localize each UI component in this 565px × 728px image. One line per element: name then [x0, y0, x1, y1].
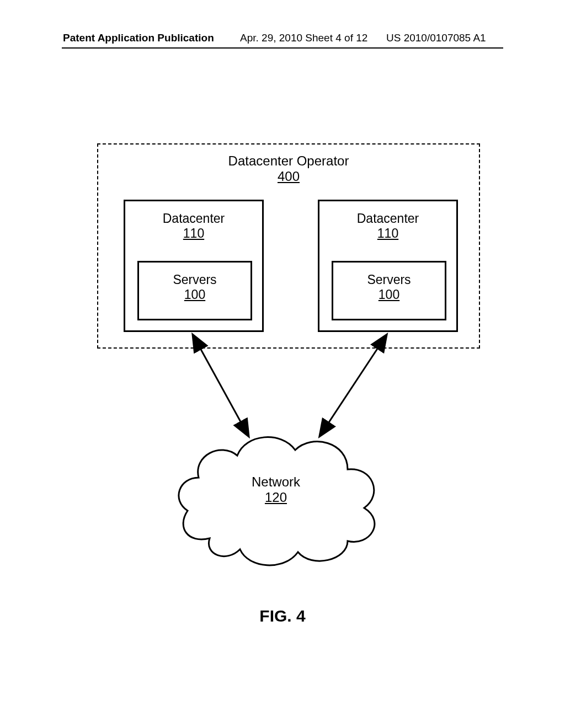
header-row: Patent Application Publication Apr. 29, …	[0, 32, 565, 47]
page-header: Patent Application Publication Apr. 29, …	[0, 32, 565, 47]
datacenter-title-right: Datacenter 110	[319, 211, 456, 241]
header-date-sheet: Apr. 29, 2010 Sheet 4 of 12	[240, 32, 367, 44]
servers-title-left: Servers 100	[139, 272, 250, 302]
header-publication-number: US 2010/0107085 A1	[386, 32, 486, 44]
network-label: Network 120	[171, 474, 381, 505]
network-cloud: Network 120	[171, 417, 381, 571]
servers-ref: 100	[184, 287, 205, 302]
servers-title-right: Servers 100	[333, 272, 445, 302]
servers-box-left: Servers 100	[137, 261, 252, 320]
header-publication-type: Patent Application Publication	[63, 32, 214, 44]
header-rule	[62, 47, 503, 49]
datacenter-title-text: Datacenter	[163, 211, 225, 226]
operator-title-text: Datacenter Operator	[228, 153, 349, 168]
figure-caption: FIG. 4	[0, 607, 565, 625]
network-title-text: Network	[252, 474, 300, 489]
datacenter-ref: 110	[183, 226, 204, 240]
datacenter-box-right: Datacenter 110 Servers 100	[318, 200, 458, 332]
network-ref: 120	[265, 490, 287, 505]
datacenter-title-left: Datacenter 110	[125, 211, 262, 241]
datacenter-box-left: Datacenter 110 Servers 100	[124, 200, 264, 332]
servers-title-text: Servers	[367, 272, 411, 287]
operator-ref: 400	[278, 169, 300, 184]
patent-page: Patent Application Publication Apr. 29, …	[0, 0, 565, 728]
datacenter-operator-box: Datacenter Operator 400 Datacenter 110 S…	[97, 143, 480, 349]
servers-title-text: Servers	[173, 272, 216, 287]
datacenter-ref: 110	[377, 226, 398, 240]
datacenter-title-text: Datacenter	[357, 211, 419, 226]
servers-ref: 100	[379, 287, 399, 302]
datacenter-operator-title: Datacenter Operator 400	[98, 153, 479, 184]
servers-box-right: Servers 100	[332, 261, 446, 320]
